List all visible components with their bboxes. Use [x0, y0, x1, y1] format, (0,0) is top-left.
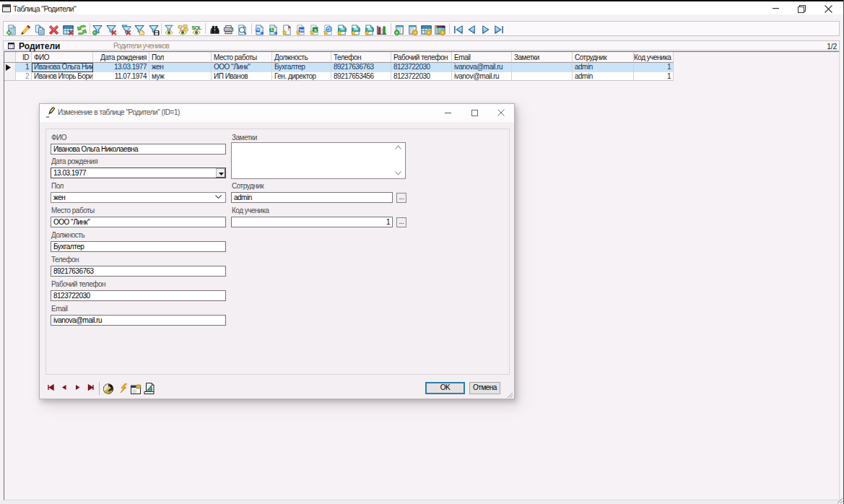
svg-text:X: X	[270, 27, 273, 32]
svg-text:W: W	[256, 27, 261, 32]
svg-text:X: X	[313, 27, 317, 33]
